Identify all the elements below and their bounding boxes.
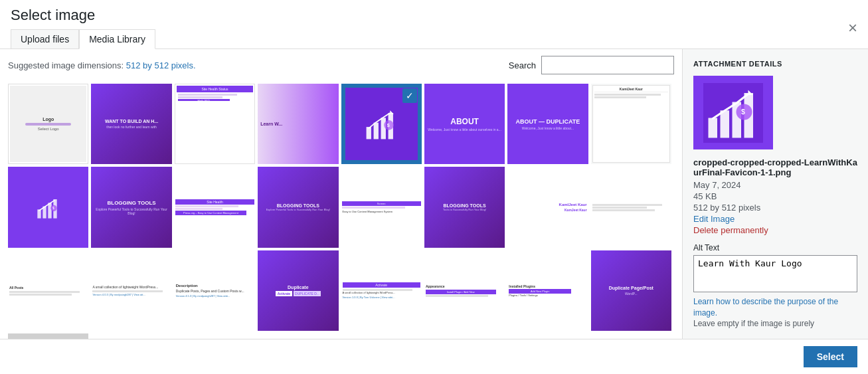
tab-media-library[interactable]: Media Library	[79, 29, 155, 49]
modal-title: Select image	[11, 7, 155, 24]
search-input[interactable]	[541, 56, 674, 74]
grid-item[interactable]: Appearance Install Plugin / Add New	[424, 250, 505, 331]
search-bar: Search	[509, 56, 674, 74]
svg-marker-4	[390, 111, 394, 115]
grid-item[interactable]	[591, 167, 671, 247]
leave-empty-text: Leave empty if the image is purely	[693, 319, 857, 328]
grid-item[interactable]: Installed Plugins Add New Plugin Plugins…	[507, 250, 588, 331]
grid-item[interactable]: BLOGGING TOOLS Explore Powerful Tools to…	[91, 167, 171, 247]
media-grid-container[interactable]: Logo Select Logo WANT TO BUILD AN H... t…	[8, 84, 674, 339]
alt-text-input[interactable]: Learn With Kaur Logo	[693, 255, 857, 292]
modal-header: Select image Upload files Media Library …	[0, 0, 868, 49]
svg-text:$: $	[741, 108, 745, 116]
svg-text:$: $	[52, 207, 54, 210]
learn-how-link[interactable]: Learn how to describe the purpose of the…	[693, 296, 857, 319]
grid-item[interactable]: $	[8, 167, 88, 247]
grid-item[interactable]: Activate A small collection of lightweig…	[341, 250, 422, 331]
grid-item-selected[interactable]: $ ✓	[341, 84, 422, 164]
grid-item[interactable]: WANT TO BUILD AN H... then look no furth…	[91, 84, 171, 164]
select-image-modal: Select image Upload files Media Library …	[0, 0, 868, 374]
search-label: Search	[509, 60, 536, 70]
grid-item[interactable]: Screen Easy to Use Content Management Sy…	[341, 167, 422, 247]
grid-item[interactable]: All Posts	[8, 250, 88, 331]
grid-item[interactable]: Description Duplicate Posts, Pages and C…	[175, 250, 255, 331]
svg-rect-2	[381, 118, 385, 140]
suggested-dimensions: Suggested image dimensions: 512 by 512 p…	[8, 60, 196, 70]
svg-rect-9	[48, 203, 51, 218]
svg-rect-0	[366, 127, 371, 139]
grid-item[interactable]: ABOUT — DUPLICATE Welcome, Just know a l…	[507, 84, 588, 164]
modal-footer: Select	[0, 339, 868, 374]
grid-item[interactable]: BLOGGING TOOLS Tools to Successfully Run…	[424, 167, 505, 247]
svg-rect-17	[721, 110, 730, 138]
edit-image-link[interactable]: Edit Image	[693, 214, 857, 224]
grid-item[interactable]: Duplicate Activate DUPLICATE D...	[258, 250, 338, 331]
grid-item[interactable]: BLOGGING TOOLS Explore Powerful Tools to…	[258, 167, 338, 247]
svg-rect-1	[373, 123, 378, 140]
attachment-date: May 7, 2024	[693, 180, 857, 190]
attachment-size: 45 KB	[693, 191, 857, 201]
media-grid: Logo Select Logo WANT TO BUILD AN H... t…	[8, 84, 674, 339]
close-icon[interactable]: ×	[848, 20, 857, 36]
attachment-preview: $	[693, 76, 773, 149]
delete-permanently-link[interactable]: Delete permanently	[693, 225, 857, 235]
svg-text:$: $	[387, 122, 389, 128]
svg-point-5	[384, 120, 394, 130]
grid-item[interactable]: ABOUT Welcome, Just know a little about …	[424, 84, 505, 164]
grid-item[interactable]: Logo Select Logo	[8, 84, 88, 164]
selected-check-icon: ✓	[402, 88, 417, 103]
learn-link-text: Learn how to describe the purpose of the…	[693, 297, 838, 318]
select-button[interactable]: Select	[804, 346, 857, 367]
grid-item[interactable]: Site Health Status Math SEO	[175, 84, 255, 164]
svg-rect-3	[388, 113, 392, 139]
media-area: Suggested image dimensions: 512 by 512 p…	[0, 49, 682, 339]
suggested-dimensions-highlight: 512 by 512 pixels.	[126, 60, 196, 70]
modal-body: Suggested image dimensions: 512 by 512 p…	[0, 49, 868, 339]
grid-item[interactable]: KamlJeet Kaur	[591, 84, 671, 164]
grid-item[interactable]: KamlJeet Kaur KamJeet Kaur	[507, 167, 588, 247]
grid-item[interactable]: A small collection of lightweight WordPr…	[91, 250, 171, 331]
grid-item[interactable]: Learn W...	[258, 84, 338, 164]
attachment-filename: cropped-cropped-cropped-LearnWithKaurFin…	[693, 157, 857, 177]
tab-upload[interactable]: Upload files	[11, 29, 79, 48]
attachment-sidebar: ATTACHMENT DETAILS $ cropped-cropped-cro…	[682, 49, 868, 339]
grid-item[interactable]	[8, 333, 88, 339]
grid-item[interactable]: Duplicate Page/Post WordP...	[591, 250, 671, 331]
tabs-container: Upload files Media Library	[11, 29, 155, 48]
svg-rect-16	[709, 118, 718, 138]
attachment-dimensions: 512 by 512 pixels	[693, 203, 857, 213]
grid-item[interactable]: Site Health Press.org – Easy to Use Cont…	[175, 167, 255, 247]
alt-text-label: Alt Text	[693, 243, 857, 252]
attachment-details-title: ATTACHMENT DETAILS	[693, 60, 857, 68]
